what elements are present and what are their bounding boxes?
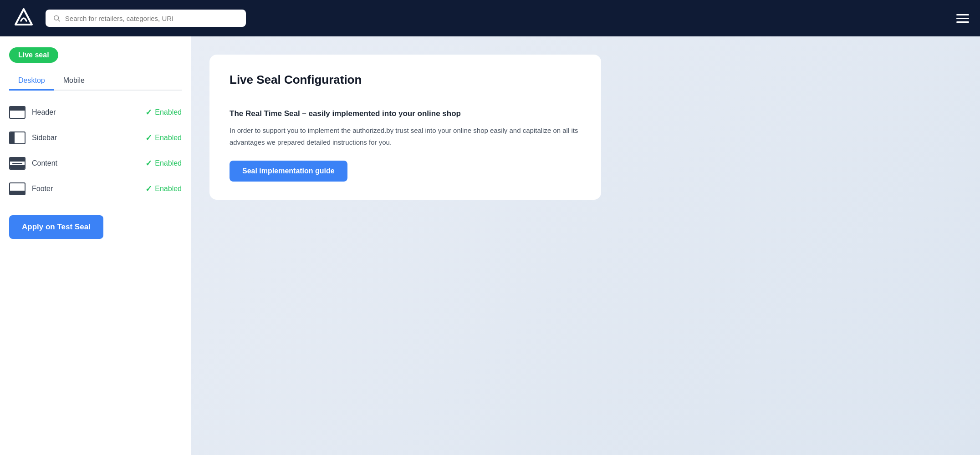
tab-mobile[interactable]: Mobile xyxy=(54,72,94,91)
main-content: Live Seal Configuration The Real Time Se… xyxy=(191,36,980,455)
sidebar-icon xyxy=(9,131,26,144)
check-icon-header: ✓ xyxy=(145,107,152,117)
svg-line-1 xyxy=(58,20,60,21)
check-icon-footer: ✓ xyxy=(145,184,152,194)
component-name-footer: Footer xyxy=(32,185,53,193)
component-name-header: Header xyxy=(32,108,56,116)
config-card-description: In order to support you to implement the… xyxy=(230,125,581,148)
component-status-footer: ✓ Enabled xyxy=(145,184,182,194)
component-name-sidebar: Sidebar xyxy=(32,134,57,142)
search-icon xyxy=(53,14,61,22)
apply-on-test-seal-button[interactable]: Apply on Test Seal xyxy=(9,215,103,239)
component-name-content: Content xyxy=(32,159,57,167)
check-icon-content: ✓ xyxy=(145,158,152,168)
tabs: Desktop Mobile xyxy=(9,72,182,91)
component-item-footer: Footer ✓ Enabled xyxy=(9,176,182,202)
content-icon xyxy=(9,157,26,170)
component-item-content: Content ✓ Enabled xyxy=(9,151,182,176)
live-seal-badge: Live seal xyxy=(9,47,58,63)
check-icon-sidebar: ✓ xyxy=(145,133,152,143)
search-bar[interactable] xyxy=(46,10,246,27)
tab-desktop[interactable]: Desktop xyxy=(9,72,54,91)
seal-implementation-guide-button[interactable]: Seal implementation guide xyxy=(230,161,347,182)
hamburger-menu[interactable] xyxy=(956,14,969,23)
header-icon xyxy=(9,106,26,119)
component-status-sidebar: ✓ Enabled xyxy=(145,133,182,143)
component-item-sidebar: Sidebar ✓ Enabled xyxy=(9,125,182,151)
config-card-title: Live Seal Configuration xyxy=(230,73,581,98)
main-layout: Live seal Desktop Mobile Header ✓ Enable… xyxy=(0,36,980,455)
config-card-subtitle: The Real Time Seal – easily implemented … xyxy=(230,109,581,118)
component-item-header: Header ✓ Enabled xyxy=(9,100,182,125)
sidebar-panel: Live seal Desktop Mobile Header ✓ Enable… xyxy=(0,36,191,455)
logo xyxy=(11,5,36,31)
component-status-content: ✓ Enabled xyxy=(145,158,182,168)
component-list: Header ✓ Enabled Sidebar xyxy=(9,100,182,202)
component-status-header: ✓ Enabled xyxy=(145,107,182,117)
search-input[interactable] xyxy=(65,15,239,22)
footer-icon xyxy=(9,182,26,195)
config-card: Live Seal Configuration The Real Time Se… xyxy=(209,55,601,200)
app-header xyxy=(0,0,980,36)
